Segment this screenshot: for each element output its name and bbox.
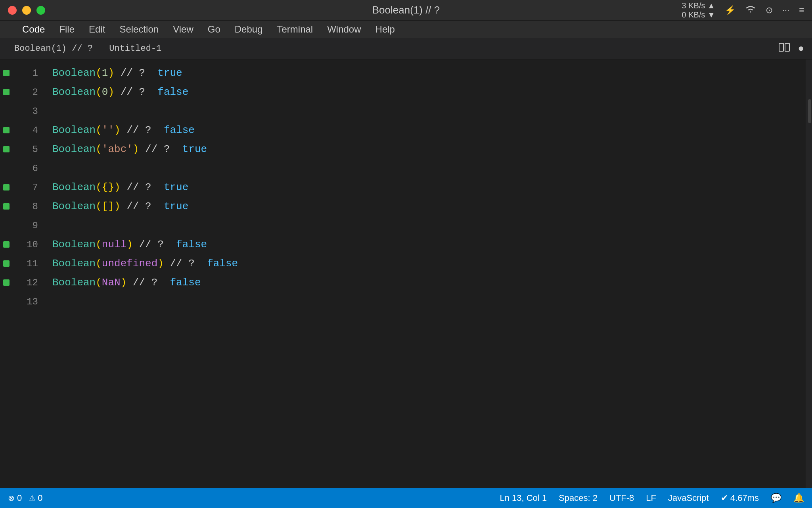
- indicator-row: [0, 273, 13, 292]
- token: 0: [102, 86, 108, 98]
- indicator-row: [0, 102, 13, 121]
- indicator-row: [0, 83, 13, 102]
- breakpoint-indicator[interactable]: [3, 127, 10, 133]
- token: ): [114, 181, 121, 193]
- line-number: 10: [13, 239, 38, 250]
- line-row: 1: [13, 64, 38, 83]
- token: 'abc': [102, 143, 133, 155]
- menu-terminal[interactable]: Terminal: [277, 24, 313, 35]
- maximize-button[interactable]: [36, 6, 45, 15]
- statusbar: ⊗ 0 ⚠ 0 Ln 13, Col 1 Spaces: 2 UTF-8 LF …: [0, 488, 812, 508]
- token: //: [133, 239, 157, 250]
- tab-breadcrumb: Boolean(1) // ?: [14, 44, 93, 54]
- token: Boolean: [52, 239, 96, 250]
- indicator-row: [0, 235, 13, 254]
- token: (: [96, 239, 102, 250]
- split-editor-icon[interactable]: [779, 43, 790, 55]
- breakpoint-indicator[interactable]: [3, 146, 10, 152]
- token: (: [96, 124, 102, 136]
- spaces-setting[interactable]: Spaces: 2: [559, 493, 598, 503]
- token: ): [133, 143, 139, 155]
- token: Boolean: [52, 143, 96, 155]
- menu-code[interactable]: Code: [22, 24, 45, 35]
- line-number: 11: [13, 258, 38, 269]
- line-row: 6: [13, 159, 38, 178]
- token: [145, 67, 157, 79]
- indicator-row: [0, 216, 13, 235]
- language-mode[interactable]: JavaScript: [668, 493, 709, 503]
- menubar: Code File Edit Selection View Go Debug T…: [0, 21, 812, 38]
- statusbar-right: Ln 13, Col 1 Spaces: 2 UTF-8 LF JavaScri…: [500, 493, 804, 503]
- token: //: [126, 277, 151, 289]
- menu-edit[interactable]: Edit: [89, 24, 105, 35]
- line-row: 8: [13, 197, 38, 216]
- token: true: [182, 143, 207, 155]
- token: //: [114, 67, 139, 79]
- scrollbar-track[interactable]: [806, 60, 812, 488]
- menu-help[interactable]: Help: [375, 24, 395, 35]
- code-editor[interactable]: Boolean(1) // ? trueBoolean(0) // ? fals…: [44, 60, 806, 488]
- token: Boolean: [52, 277, 96, 289]
- line-row: 12: [13, 273, 38, 292]
- network-info: 3 KB/s ▲0 KB/s ▼: [682, 1, 715, 19]
- close-button[interactable]: [8, 6, 17, 15]
- token: ): [108, 67, 114, 79]
- tab-separator: [98, 44, 103, 54]
- token: ?: [145, 181, 151, 193]
- menu-selection[interactable]: Selection: [119, 24, 159, 35]
- indicator-row: [0, 64, 13, 83]
- breakpoint-indicator[interactable]: [3, 279, 10, 286]
- line-numbers: 12345678910111213: [13, 60, 44, 488]
- minimize-button[interactable]: [22, 6, 31, 15]
- menu-debug[interactable]: Debug: [235, 24, 263, 35]
- line-row: 11: [13, 254, 38, 273]
- menu-go[interactable]: Go: [208, 24, 220, 35]
- list-icon: ≡: [799, 5, 804, 15]
- menu-file[interactable]: File: [59, 24, 75, 35]
- indicator-row: [0, 159, 13, 178]
- line-number: 9: [13, 220, 38, 231]
- token: [157, 277, 170, 289]
- battery-icon: ⚡: [725, 5, 735, 15]
- breakpoint-indicator[interactable]: [3, 184, 10, 190]
- breakpoint-indicator[interactable]: [3, 241, 10, 248]
- bell-icon[interactable]: 🔔: [793, 493, 804, 503]
- token: (: [96, 258, 102, 269]
- svg-rect-0: [779, 43, 783, 51]
- line-number: 8: [13, 201, 38, 212]
- warning-number: 0: [38, 493, 42, 503]
- active-tab[interactable]: Boolean(1) // ? Untitled-1: [8, 38, 168, 59]
- line-ending-setting[interactable]: LF: [646, 493, 656, 503]
- breakpoint-indicator[interactable]: [3, 70, 10, 76]
- token: ): [157, 258, 164, 269]
- token: false: [207, 258, 238, 269]
- statusbar-left: ⊗ 0 ⚠ 0: [8, 493, 43, 503]
- code-line: Boolean('abc') // ? true: [52, 140, 806, 159]
- error-count[interactable]: ⊗ 0 ⚠ 0: [8, 493, 43, 503]
- cursor-position[interactable]: Ln 13, Col 1: [500, 493, 547, 503]
- breakpoint-indicator[interactable]: [3, 260, 10, 267]
- tab-icons: ●: [779, 43, 804, 55]
- token: ): [114, 124, 121, 136]
- line-number: 3: [13, 106, 38, 117]
- encoding-setting[interactable]: UTF-8: [609, 493, 634, 503]
- breakpoint-indicator[interactable]: [3, 203, 10, 210]
- menu-view[interactable]: View: [173, 24, 193, 35]
- timing-info: ✔ 4.67ms: [721, 493, 759, 503]
- line-row: 2: [13, 83, 38, 102]
- indicator-row: [0, 292, 13, 311]
- token: {}: [102, 181, 114, 193]
- feedback-icon[interactable]: 💬: [771, 493, 781, 503]
- token: Boolean: [52, 200, 96, 212]
- indicator-row: [0, 178, 13, 197]
- scrollbar-thumb[interactable]: [808, 99, 811, 123]
- token: ?: [164, 143, 170, 155]
- token: Boolean: [52, 67, 96, 79]
- token: //: [121, 200, 145, 212]
- token: (: [96, 181, 102, 193]
- menu-window[interactable]: Window: [327, 24, 361, 35]
- warning-icon: ⚠: [29, 494, 35, 502]
- error-icon: ⊗: [8, 493, 15, 503]
- token: [145, 86, 157, 98]
- breakpoint-indicator[interactable]: [3, 89, 10, 95]
